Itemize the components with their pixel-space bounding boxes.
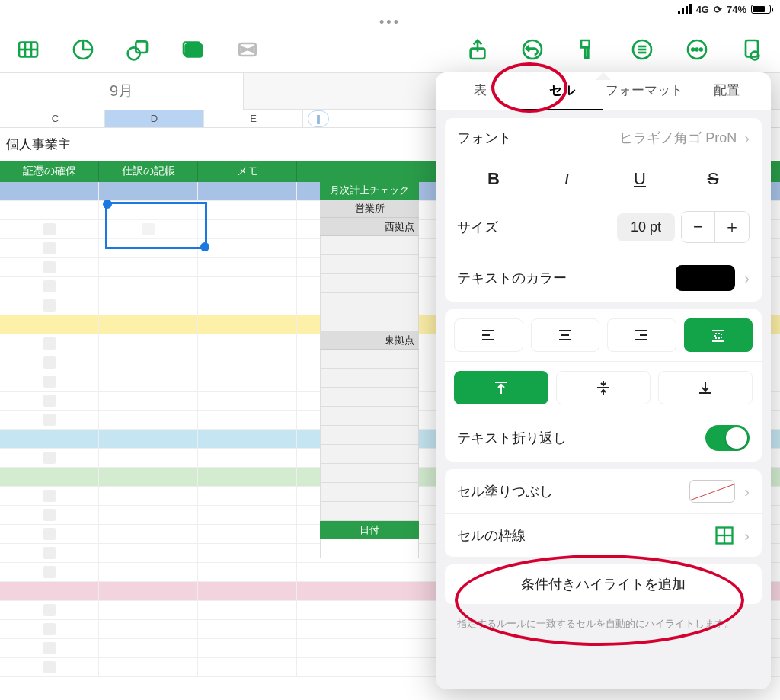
chart-icon[interactable] (69, 35, 98, 64)
share-icon[interactable] (463, 35, 492, 64)
align-auto-button[interactable] (684, 318, 753, 352)
more-dots-icon[interactable]: ••• (0, 18, 780, 26)
col-c[interactable]: C (6, 110, 105, 127)
media-icon[interactable] (178, 35, 207, 64)
table-icon[interactable] (14, 35, 43, 64)
wrap-toggle[interactable] (705, 425, 750, 451)
tab-format[interactable]: フォーマット (603, 72, 686, 110)
table2[interactable]: 月次計上チェック 営業所 西拠点 東拠点 日付 (320, 181, 419, 558)
signal-icon (678, 4, 692, 14)
underline-button[interactable]: U (603, 169, 676, 189)
textcolor-swatch[interactable] (676, 265, 735, 291)
insert-column-handle[interactable]: ‖ (308, 110, 329, 127)
battery-icon (751, 5, 771, 14)
align-center-button[interactable] (531, 318, 600, 352)
valign-top-button[interactable] (454, 371, 548, 404)
add-highlight-button[interactable]: 条件付きハイライトを追加 (445, 564, 762, 604)
chevron-icon: › (744, 483, 750, 500)
valign-middle-button[interactable] (556, 371, 651, 404)
align-left-button[interactable] (454, 318, 523, 352)
tab-table[interactable]: 表 (439, 72, 521, 110)
font-row[interactable]: フォント ヒラギノ角ゴ ProN › (445, 118, 762, 158)
size-plus-button[interactable]: ＋ (715, 212, 749, 242)
border-label: セルの枠線 (457, 526, 526, 545)
border-row[interactable]: セルの枠線 › (445, 514, 762, 557)
undo-icon[interactable] (518, 35, 547, 64)
valign-row (445, 362, 762, 414)
col-d[interactable]: D (105, 110, 204, 127)
table2-r1[interactable]: 営業所 (320, 200, 419, 218)
header-a[interactable]: 証憑の確保 (0, 161, 99, 182)
font-label: フォント (457, 129, 512, 147)
chevron-icon: › (744, 527, 750, 545)
align-right-button[interactable] (607, 318, 676, 352)
chevron-icon: › (744, 129, 750, 147)
size-row: サイズ 10 pt − ＋ (445, 200, 762, 254)
svg-point-6 (128, 47, 140, 59)
style-row: B I U S (445, 158, 762, 200)
highlight-hint: 指定するルールに一致するセルを自動的にハイライトします。 (445, 612, 762, 647)
wrap-label: テキスト折り返し (457, 429, 567, 447)
italic-button[interactable]: I (530, 169, 603, 189)
shape-icon[interactable] (123, 35, 152, 64)
table2-r3[interactable]: 東拠点 (320, 331, 419, 350)
border-icon (714, 525, 735, 546)
texture-icon (233, 35, 262, 64)
format-brush-icon[interactable] (573, 35, 602, 64)
halign-row (445, 309, 762, 362)
toolbar (0, 26, 780, 73)
tab-arrange[interactable]: 配置 (686, 72, 768, 110)
svg-rect-5 (136, 41, 147, 53)
size-label: サイズ (457, 218, 498, 236)
document-icon[interactable] (737, 35, 766, 64)
table2-r4[interactable]: 日付 (320, 521, 419, 539)
cell-selection[interactable] (105, 202, 207, 249)
format-panel: 表 セル フォーマット 配置 フォント ヒラギノ角ゴ ProN › B I U … (436, 72, 771, 689)
svg-point-18 (696, 48, 698, 50)
valign-bottom-button[interactable] (658, 371, 753, 404)
panel-tabs: 表 セル フォーマット 配置 (436, 72, 771, 110)
battery-pct: 74% (727, 4, 746, 15)
more-icon[interactable] (682, 35, 711, 64)
tab-cell[interactable]: セル (521, 72, 603, 110)
nofill-swatch[interactable] (689, 480, 735, 503)
font-value: ヒラギノ角ゴ ProN (619, 129, 737, 147)
svg-point-17 (692, 48, 694, 50)
size-minus-button[interactable]: − (682, 212, 715, 242)
textcolor-row[interactable]: テキストのカラー › (445, 254, 762, 302)
wrap-row: テキスト折り返し (445, 414, 762, 462)
table2-r2[interactable]: 西拠点 (320, 218, 419, 236)
size-value[interactable]: 10 pt (617, 213, 675, 241)
svg-rect-32 (715, 334, 721, 338)
fill-row[interactable]: セル塗りつぶし › (445, 469, 762, 514)
lock-icon: ⟳ (714, 4, 722, 15)
svg-point-19 (700, 48, 702, 50)
header-c[interactable]: メモ (198, 161, 297, 182)
table2-header[interactable]: 月次計上チェック (320, 181, 419, 200)
sheet-tab-active[interactable]: 9月 (0, 73, 244, 110)
bold-button[interactable]: B (457, 169, 530, 189)
chevron-icon: › (744, 270, 750, 287)
header-b[interactable]: 仕訳の記帳 (99, 161, 198, 182)
col-e[interactable]: E (204, 110, 303, 127)
network-label: 4G (696, 4, 709, 15)
textcolor-label: テキストのカラー (457, 269, 567, 287)
strike-button[interactable]: S (676, 169, 750, 189)
fill-label: セル塗りつぶし (457, 482, 553, 500)
list-icon[interactable] (628, 35, 657, 64)
